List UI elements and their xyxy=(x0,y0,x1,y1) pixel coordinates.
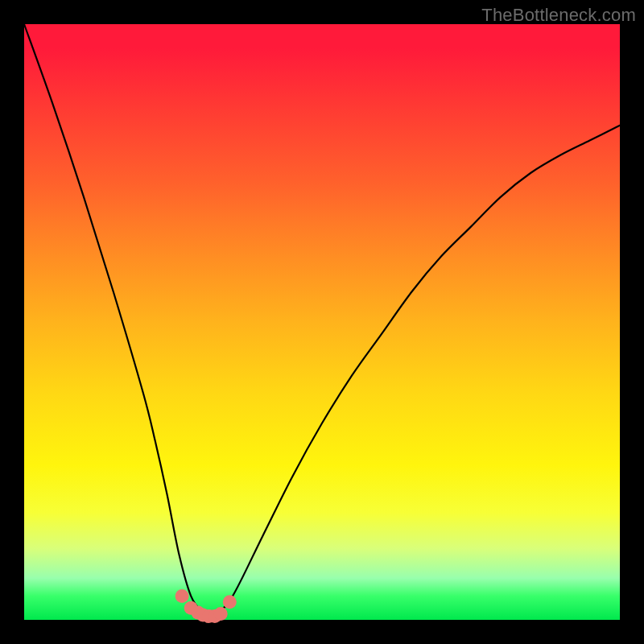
plot-area xyxy=(24,24,620,620)
trough-marker xyxy=(175,589,189,603)
watermark-text: TheBottleneck.com xyxy=(481,5,636,26)
chart-frame: TheBottleneck.com xyxy=(0,0,644,644)
bottleneck-curve xyxy=(24,24,620,618)
curve-layer xyxy=(24,24,620,620)
trough-marker-group xyxy=(175,589,237,623)
trough-marker xyxy=(214,607,228,621)
trough-marker xyxy=(223,595,237,609)
